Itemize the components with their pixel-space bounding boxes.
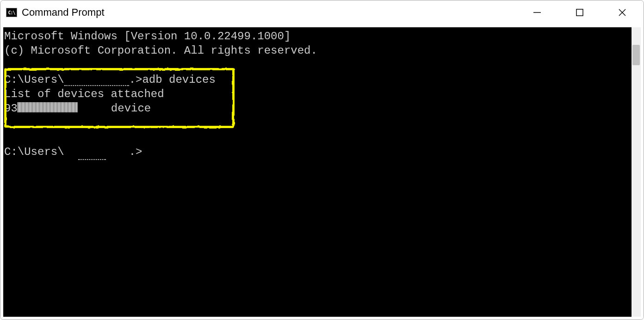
prompt2-cursor: .> (129, 146, 142, 158)
prompt2-prefix: C:\Users\ (4, 146, 64, 158)
scrollbar-thumb[interactable] (632, 45, 640, 65)
close-icon (618, 8, 626, 17)
scrollbar[interactable] (632, 27, 641, 317)
window-title: Command Prompt (22, 6, 105, 18)
device-status: device (78, 102, 151, 115)
window-controls (516, 0, 644, 25)
minimize-icon (533, 8, 541, 17)
prompt1-command: .>adb devices (129, 74, 216, 86)
terminal-area: Microsoft Windows [Version 10.0.22499.10… (0, 25, 644, 320)
command-prompt-window: C:\ Command Prompt Microsoft (0, 0, 644, 320)
terminal-line-version: Microsoft Windows [Version 10.0.22499.10… (3, 29, 632, 43)
maximize-button[interactable] (558, 0, 601, 25)
redacted-username (64, 151, 129, 158)
terminal-line-prompt1: C:\Users\.>adb devices (3, 73, 632, 87)
titlebar[interactable]: C:\ Command Prompt (0, 0, 644, 25)
maximize-icon (576, 8, 584, 17)
terminal-line-blank (3, 58, 632, 72)
terminal-line-blank (3, 130, 632, 144)
close-button[interactable] (601, 0, 644, 25)
terminal-line-output-header: List of devices attached (3, 87, 632, 101)
cmd-icon: C:\ (6, 8, 17, 17)
terminal-line-blank (3, 116, 632, 130)
terminal-line-prompt2: C:\Users\.> (3, 145, 632, 159)
svg-rect-1 (576, 9, 583, 16)
terminal[interactable]: Microsoft Windows [Version 10.0.22499.10… (3, 27, 632, 317)
terminal-line-device: 93 device (3, 101, 632, 116)
minimize-button[interactable] (516, 0, 558, 25)
device-id-prefix: 93 (4, 102, 18, 115)
terminal-line-copyright: (c) Microsoft Corporation. All rights re… (3, 43, 632, 58)
prompt1-prefix: C:\Users\ (4, 74, 64, 86)
redacted-device-id (18, 102, 78, 112)
redacted-username (64, 79, 129, 86)
